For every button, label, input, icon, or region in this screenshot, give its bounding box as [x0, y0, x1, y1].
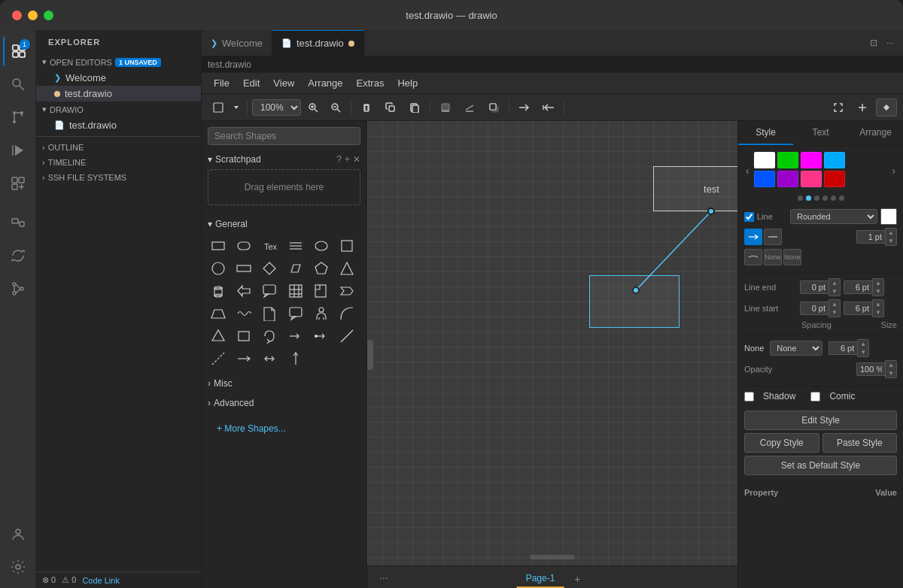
zoom-out-btn[interactable] [325, 99, 346, 117]
arrow-right-btn[interactable] [514, 99, 535, 117]
line-end-spacing-up[interactable]: ▲ [829, 279, 840, 287]
scratchpad-help-btn[interactable]: ? [336, 154, 342, 165]
shape-triangle2[interactable] [208, 326, 229, 347]
activity-run-icon[interactable] [3, 135, 33, 165]
page-1-tab[interactable]: Page-1 [517, 570, 564, 588]
activity-merge-icon[interactable] [3, 274, 33, 304]
color-swatch-red[interactable] [824, 171, 845, 187]
shape-rectangle[interactable] [208, 235, 229, 256]
tab-arrange[interactable]: Arrange [848, 121, 903, 145]
more-actions-btn[interactable]: ··· [883, 35, 897, 51]
shapes-general-header[interactable]: ▾ General [208, 216, 360, 232]
line-start-spacing-up[interactable]: ▲ [829, 300, 840, 308]
line-jumps-down[interactable]: ▼ [858, 348, 868, 356]
shape-wide-rect[interactable] [233, 258, 254, 279]
tab-welcome[interactable]: ❯ Welcome [202, 30, 272, 56]
opacity-input[interactable] [856, 362, 885, 376]
zoom-select[interactable]: 100% 75% 50% 150% 200% [252, 99, 301, 116]
minimize-button[interactable] [28, 11, 38, 20]
more-shapes-btn[interactable]: + More Shapes... [208, 419, 360, 438]
activity-source-control-icon[interactable] [3, 102, 33, 132]
add-page-btn[interactable]: + [567, 570, 588, 588]
canvas-left-handle[interactable] [367, 340, 373, 370]
canvas-area[interactable]: test ··· Page-1 [367, 121, 737, 588]
shape-person[interactable] [311, 303, 332, 324]
color-swatch-magenta[interactable] [801, 152, 822, 168]
arrow-end-none-btn[interactable]: None [764, 249, 782, 265]
tab-test-drawio[interactable]: 📄 test.drawio [272, 30, 364, 56]
color-dot-2[interactable] [814, 195, 819, 201]
tab-style[interactable]: Style [738, 121, 793, 145]
drawio-section[interactable]: ▾ DRAWIO [36, 102, 201, 117]
activity-explorer-icon[interactable]: 1 [3, 36, 33, 66]
shapes-advanced-header[interactable]: › Advanced [208, 395, 360, 411]
copy-btn[interactable] [380, 99, 401, 117]
line-jumps-select[interactable]: None Arc Gap [770, 341, 822, 356]
paste-style-btn[interactable]: Paste Style [822, 433, 898, 453]
color-dot-3[interactable] [822, 195, 828, 201]
line-color-btn[interactable] [459, 99, 480, 117]
line-weight-up-btn[interactable]: ▲ [886, 229, 896, 237]
shape-note[interactable] [311, 280, 332, 302]
color-swatch-darkblue[interactable] [754, 171, 775, 187]
sidebar-item-welcome[interactable]: ❯ Welcome [36, 70, 201, 86]
arrow-end-curved-btn[interactable] [744, 249, 762, 265]
activity-settings-icon[interactable] [3, 552, 33, 582]
carousel-next-btn[interactable]: › [890, 163, 897, 178]
line-start-size-up[interactable]: ▲ [873, 300, 883, 308]
shape-rect3[interactable] [233, 326, 254, 347]
line-weight-input[interactable] [856, 230, 885, 244]
diagram-node-1[interactable]: test [653, 166, 737, 211]
shape-loop[interactable] [259, 326, 280, 347]
page-view-btn[interactable] [208, 99, 229, 117]
menu-extras[interactable]: Extras [351, 75, 391, 91]
fill-color-btn[interactable] [435, 99, 456, 117]
color-swatch-green[interactable] [777, 152, 798, 168]
split-editor-btn[interactable]: ⊡ [867, 35, 880, 51]
menu-arrange[interactable]: Arrange [302, 75, 348, 91]
line-end-size-up[interactable]: ▲ [873, 279, 883, 287]
carousel-prev-btn[interactable]: ‹ [744, 163, 751, 178]
copy-style-btn[interactable]: Copy Style [744, 433, 819, 453]
shape-cylinder[interactable] [208, 280, 229, 302]
menu-edit[interactable]: Edit [237, 75, 266, 91]
menu-view[interactable]: View [267, 75, 300, 91]
shape-diag-line[interactable] [336, 326, 357, 347]
sidebar-timeline-section[interactable]: › TIMELINE [36, 155, 201, 170]
add-element-btn[interactable] [876, 99, 897, 117]
line-start-spacing-down[interactable]: ▼ [829, 308, 840, 317]
expand-btn[interactable] [852, 99, 873, 117]
shape-text[interactable]: Text [259, 235, 280, 256]
shapes-search-input[interactable] [208, 127, 360, 145]
view-dropdown-btn[interactable] [230, 99, 242, 117]
shape-diamond[interactable] [259, 258, 280, 279]
tab-text[interactable]: Text [793, 121, 848, 145]
comic-checkbox[interactable] [810, 392, 820, 402]
set-default-style-btn[interactable]: Set as Default Style [744, 456, 897, 475]
color-dot-5[interactable] [839, 195, 844, 201]
line-start-size-input[interactable] [844, 302, 872, 315]
shape-double-arrow[interactable] [259, 348, 280, 369]
shadow-checkbox[interactable] [744, 392, 754, 402]
opacity-down[interactable]: ▼ [886, 369, 896, 377]
opacity-up[interactable]: ▲ [886, 361, 896, 369]
line-jumps-up[interactable]: ▲ [858, 340, 868, 348]
shapes-misc-header[interactable]: › Misc [208, 375, 360, 392]
line-end-spacing-down[interactable]: ▼ [829, 287, 840, 296]
line-start-spacing-input[interactable] [800, 302, 829, 315]
shape-arrow3[interactable] [311, 326, 332, 347]
line-end-spacing-input[interactable] [800, 280, 829, 294]
color-dot-4[interactable] [831, 195, 836, 201]
shape-rounded-rect[interactable] [233, 235, 254, 256]
menu-help[interactable]: Help [391, 75, 424, 91]
activity-drawio-icon[interactable] [3, 208, 33, 238]
connection-point-1[interactable] [707, 208, 715, 215]
line-jumps-size-input[interactable] [829, 341, 857, 355]
activity-sync-icon[interactable] [3, 241, 33, 271]
color-dot-1[interactable] [806, 195, 811, 201]
line-weight-down-btn[interactable]: ▼ [886, 237, 896, 245]
sidebar-item-drawio-file[interactable]: 📄 test.drawio [36, 117, 201, 133]
shape-wave[interactable] [233, 303, 254, 324]
edit-style-btn[interactable]: Edit Style [744, 411, 897, 430]
shape-parallelogram[interactable] [285, 258, 306, 279]
